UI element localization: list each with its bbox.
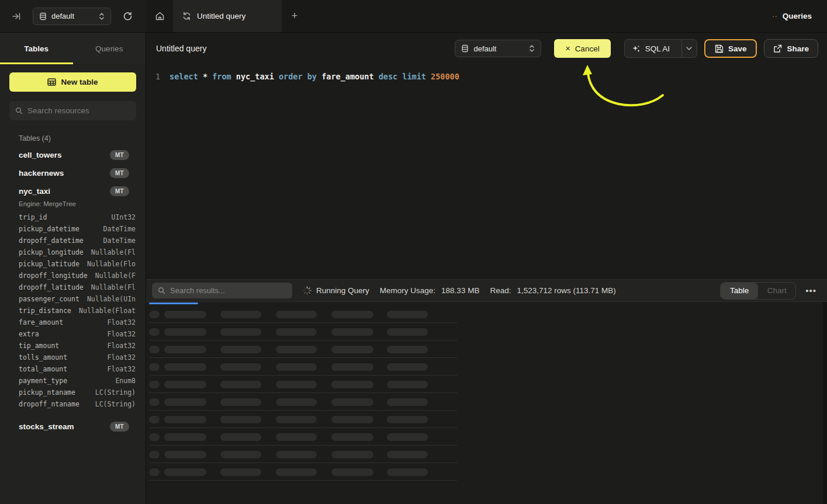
skeleton-row: [146, 393, 827, 411]
save-button-label: Save: [728, 44, 747, 53]
column-row: pickup_datetimeDateTime: [19, 225, 136, 237]
column-row: total_amountFloat32: [19, 365, 136, 377]
skeleton-pill: [220, 398, 261, 406]
results-search[interactable]: [152, 283, 292, 298]
skeleton-pill: [331, 363, 373, 371]
column-name: trip_distance: [19, 307, 71, 315]
sql-ai-dropdown[interactable]: [681, 40, 697, 57]
sidebar-tab-queries-label: Queries: [95, 44, 123, 53]
results-menu-button[interactable]: •••: [803, 286, 819, 296]
skeleton-pill: [220, 416, 261, 423]
sql-code-line: select * from nyc_taxi order by fare_amo…: [169, 71, 459, 82]
collapse-sidebar-button[interactable]: [8, 8, 25, 25]
new-table-label: New table: [61, 78, 98, 86]
column-name: passenger_count: [19, 295, 79, 303]
queries-link[interactable]: ∙∙ Queries: [757, 0, 827, 32]
column-name: tip_amount: [19, 342, 59, 350]
skeleton-pill: [164, 311, 206, 318]
skeleton-pill: [331, 398, 373, 406]
skeleton-pill: [276, 363, 317, 371]
chevron-updown-icon: [99, 12, 105, 20]
skeleton-row: [146, 446, 827, 463]
sql-editor[interactable]: 1 select * from nyc_taxi order by fare_a…: [146, 64, 827, 279]
topbar-database-select[interactable]: default: [33, 8, 111, 25]
column-row: trip_distanceNullable(Float: [19, 307, 136, 318]
sql-token: nyc_taxi: [236, 72, 279, 81]
skeleton-pill: [331, 346, 373, 353]
sidebar-search[interactable]: [9, 101, 136, 120]
column-row: fare_amountFloat32: [19, 318, 136, 330]
skeleton-pill: [331, 311, 373, 318]
sidebar-tab-queries[interactable]: Queries: [73, 33, 146, 64]
code-line-1[interactable]: 1 select * from nyc_taxi order by fare_a…: [146, 71, 827, 82]
read-stat: Read: 1,523,712 rows (113.71 MB): [490, 286, 615, 295]
column-name: extra: [19, 330, 39, 338]
table-item[interactable]: hackernewsMT: [9, 164, 136, 182]
skeleton-pill: [387, 468, 428, 476]
new-table-button[interactable]: New table: [9, 72, 136, 92]
sidebar-tabs: Tables Queries: [0, 33, 146, 64]
skeleton-pill: [149, 381, 160, 388]
skeleton-pill: [387, 328, 428, 336]
table-grid-icon: [47, 78, 56, 86]
column-name: fare_amount: [19, 318, 63, 326]
column-name: tolls_amount: [19, 353, 67, 362]
column-type: DateTime: [103, 225, 136, 233]
table-name: hackernews: [19, 169, 64, 178]
new-tab-button[interactable]: +: [282, 0, 307, 32]
table-engine-badge: MT: [110, 422, 129, 432]
skeleton-pill: [331, 328, 373, 336]
sql-ai-main[interactable]: SQL AI: [625, 40, 677, 57]
table-name: cell_towers: [19, 151, 62, 159]
skeleton-pill: [164, 416, 206, 423]
skeleton-pill: [164, 468, 206, 476]
table-name: nyc_taxi: [19, 187, 50, 196]
sql-token: from: [212, 72, 236, 81]
column-name: dropoff_datetime: [19, 237, 84, 245]
refresh-button[interactable]: [119, 8, 136, 25]
home-icon: [155, 11, 165, 21]
column-name: pickup_latitude: [19, 260, 79, 268]
cancel-button[interactable]: × Cancel: [554, 39, 610, 58]
results-search-input[interactable]: [170, 286, 286, 295]
share-button[interactable]: Share: [764, 39, 818, 58]
skeleton-row: [146, 376, 827, 393]
skeleton-row: [146, 411, 827, 428]
skeleton-pill: [276, 398, 317, 406]
skeleton-pill: [149, 398, 160, 406]
memory-usage-stat: Memory Usage: 188.33 MB: [380, 286, 480, 295]
column-row: dropoff_longitudeNullable(F: [19, 272, 136, 283]
skeleton-pill: [164, 328, 206, 336]
table-item[interactable]: stocks_streamMT: [9, 418, 136, 436]
queries-link-label: Queries: [783, 12, 812, 20]
query-database-select[interactable]: default: [455, 40, 541, 57]
save-button[interactable]: Save: [704, 39, 757, 58]
sidebar-tab-tables[interactable]: Tables: [0, 33, 73, 64]
view-toggle-table-label: Table: [730, 286, 749, 295]
skeleton-pill: [149, 433, 160, 441]
skeleton-pill: [149, 346, 160, 353]
results-scrollbar[interactable]: [823, 302, 827, 504]
tab-untitled-query[interactable]: Untitled query: [173, 0, 282, 32]
skeleton-pill: [387, 346, 428, 353]
skeleton-pill: [149, 363, 160, 371]
table-item[interactable]: nyc_taxiMT: [9, 182, 136, 200]
sidebar-search-input[interactable]: [27, 106, 130, 115]
table-item[interactable]: cell_towersMT: [9, 146, 136, 164]
sql-token: order by: [279, 72, 321, 81]
column-type: Float32: [108, 318, 136, 326]
cancel-button-label: Cancel: [575, 44, 600, 53]
column-row: pickup_ntanameLC(String): [19, 388, 136, 400]
results-area: [146, 302, 827, 504]
skeleton-row: [146, 358, 827, 376]
home-button[interactable]: [146, 0, 173, 32]
query-running-sync-icon: [182, 12, 191, 20]
sql-ai-button[interactable]: SQL AI: [624, 39, 697, 58]
view-toggle-table[interactable]: Table: [721, 283, 758, 299]
skeleton-pill: [387, 451, 428, 458]
view-toggle-chart[interactable]: Chart: [758, 283, 795, 299]
column-name: payment_type: [19, 377, 67, 385]
skeleton-pill: [276, 346, 317, 353]
skeleton-pill: [276, 381, 317, 388]
skeleton-row: [146, 428, 827, 446]
